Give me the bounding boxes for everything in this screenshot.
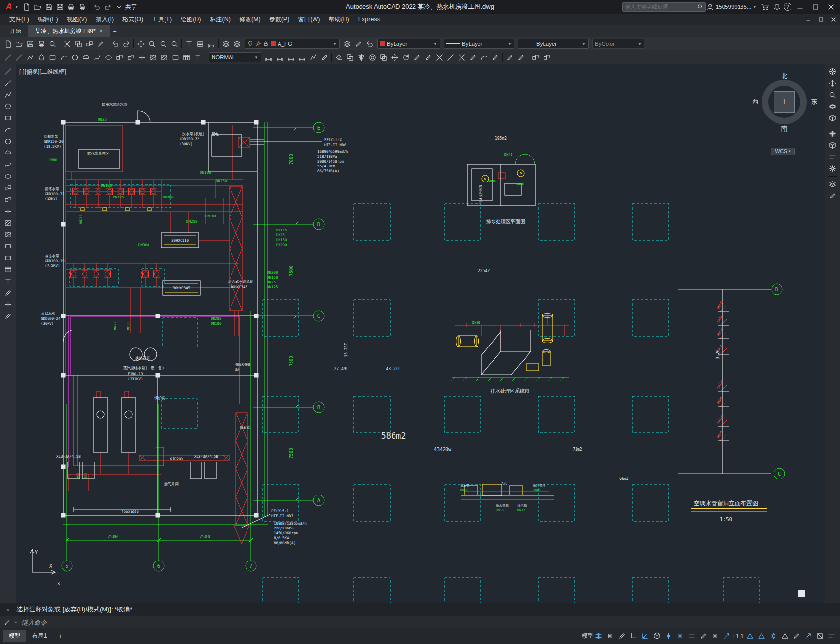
gradient-button[interactable]: [159, 52, 170, 63]
mirror-button[interactable]: [356, 52, 367, 63]
zoomwin-button[interactable]: [158, 38, 169, 50]
open-button[interactable]: [32, 1, 43, 13]
menu-item-1[interactable]: 编辑(E): [33, 14, 63, 25]
ws-button[interactable]: [768, 630, 779, 642]
chamfer-button[interactable]: [467, 52, 478, 63]
table-button[interactable]: [2, 264, 14, 275]
textstyle-combo-caret-icon[interactable]: ▼: [251, 55, 258, 60]
saveas-button[interactable]: [54, 1, 66, 13]
clean-button[interactable]: [814, 630, 825, 642]
trans-button[interactable]: [698, 630, 709, 642]
account-caret-icon[interactable]: ▾: [753, 4, 756, 9]
tol-button[interactable]: [319, 52, 330, 63]
pan-button[interactable]: [135, 38, 147, 50]
polygon-button[interactable]: [2, 101, 14, 112]
command-close-icon[interactable]: ×: [4, 607, 12, 612]
redo-button[interactable]: [121, 38, 132, 50]
search-box[interactable]: [622, 2, 706, 12]
help-button[interactable]: ?: [784, 3, 791, 11]
polar-button[interactable]: [640, 630, 651, 642]
leader-button[interactable]: [308, 52, 319, 63]
move-button[interactable]: [389, 52, 400, 63]
sel-button[interactable]: [709, 630, 721, 642]
command-tool-icon[interactable]: [4, 619, 10, 626]
tab-close-icon[interactable]: ×: [99, 28, 103, 34]
app-menu-caret-icon[interactable]: ▾: [16, 4, 18, 9]
menu-item-5[interactable]: 工具(T): [148, 14, 176, 25]
offset-button[interactable]: [367, 52, 378, 63]
zoom-button[interactable]: [827, 89, 838, 100]
menu-item-3[interactable]: 插入(I): [91, 14, 118, 25]
plotstyle-combo[interactable]: ByColor ▼: [592, 39, 644, 49]
spline-button[interactable]: [2, 159, 14, 170]
block-button[interactable]: [125, 52, 136, 63]
open-button[interactable]: [14, 38, 25, 50]
snap-button[interactable]: [605, 630, 616, 642]
pan-button[interactable]: [827, 78, 838, 89]
compass-south-label[interactable]: 南: [781, 124, 788, 133]
annovis-button[interactable]: [744, 630, 756, 642]
textstyle-combo[interactable]: NORMAL ▼: [209, 52, 261, 62]
hatch-button[interactable]: [148, 52, 159, 63]
command-caret-icon[interactable]: [13, 620, 18, 625]
ortho-button[interactable]: [628, 630, 639, 642]
minimize-button[interactable]: [792, 0, 807, 13]
doc-close-button[interactable]: [827, 15, 839, 24]
group-button[interactable]: [530, 52, 541, 63]
layout1-tab[interactable]: 布局1: [26, 630, 53, 642]
layer-combo[interactable]: A_FG ▼: [245, 39, 340, 49]
osnap2d-button[interactable]: [675, 630, 686, 642]
compass-west-label[interactable]: 西: [752, 98, 758, 106]
save-button[interactable]: [25, 38, 36, 50]
match-button[interactable]: [95, 38, 106, 50]
props-button[interactable]: [504, 52, 515, 63]
point-button[interactable]: [136, 52, 148, 63]
dimrad-button[interactable]: [285, 52, 296, 63]
tab-drawing[interactable]: 某冷、热水机房竣工图* ×: [28, 25, 110, 37]
viewport-controls-label[interactable]: [-][俯视][二维线框]: [19, 68, 66, 76]
lineweight-combo[interactable]: ByLayer ▼: [518, 39, 589, 49]
share-button[interactable]: 共享: [125, 1, 136, 13]
save-button[interactable]: [43, 1, 54, 13]
print-button[interactable]: [77, 1, 88, 13]
pline-button[interactable]: [25, 52, 36, 63]
explode-button[interactable]: [490, 52, 501, 63]
caret-button[interactable]: [114, 1, 125, 13]
gradient-button[interactable]: [2, 229, 14, 240]
region-button[interactable]: [170, 52, 181, 63]
infer-button[interactable]: [616, 630, 627, 642]
rect-button[interactable]: [47, 52, 58, 63]
user-id[interactable]: 1505999135...: [716, 4, 752, 10]
menu-item-0[interactable]: 文件(F): [5, 14, 33, 25]
iso-button[interactable]: [651, 630, 662, 642]
extend-button[interactable]: [445, 52, 456, 63]
notifications-button[interactable]: [772, 1, 783, 13]
menu-item-12[interactable]: Express: [354, 14, 384, 25]
props2-button[interactable]: [827, 190, 838, 201]
polygon-button[interactable]: [36, 52, 47, 63]
menu-item-6[interactable]: 绘图(D): [176, 14, 205, 25]
rotate-button[interactable]: [400, 52, 412, 63]
ellipse-button[interactable]: [103, 52, 114, 63]
eyedrop-button[interactable]: [2, 311, 14, 322]
dimali-button[interactable]: [274, 52, 285, 63]
ellipse-button[interactable]: [2, 171, 14, 182]
search-input[interactable]: [625, 4, 697, 10]
circle-button[interactable]: [2, 136, 14, 147]
point2-button[interactable]: [2, 299, 14, 310]
undo-button[interactable]: [91, 1, 102, 13]
layerstate-button[interactable]: [231, 38, 243, 50]
match-button[interactable]: [515, 52, 527, 63]
zoomext-button[interactable]: [169, 38, 180, 50]
gear-button[interactable]: [827, 163, 838, 174]
new-layout-button[interactable]: +: [53, 631, 68, 642]
doc-restore-button[interactable]: [815, 15, 826, 24]
viewcube-top-face[interactable]: 上: [774, 91, 795, 113]
orbit-button[interactable]: [827, 101, 838, 112]
copy-button[interactable]: [345, 52, 356, 63]
spline-button[interactable]: [92, 52, 103, 63]
model-button[interactable]: 模型: [581, 630, 593, 642]
gfx-button[interactable]: [803, 630, 814, 642]
grid-button[interactable]: [593, 630, 604, 642]
revcloud-button[interactable]: [2, 148, 14, 159]
